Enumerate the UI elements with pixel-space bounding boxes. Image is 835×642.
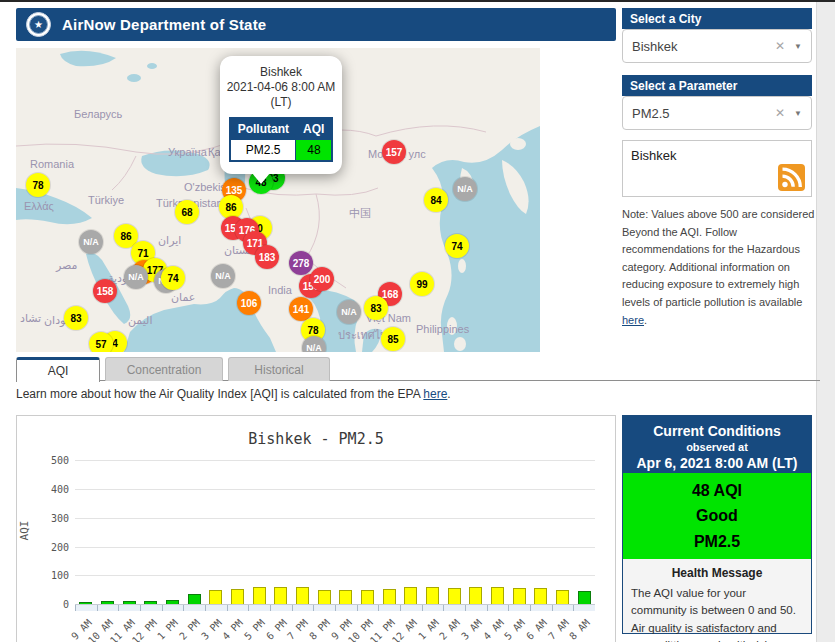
chart-bar[interactable] <box>296 587 309 605</box>
chart-bar[interactable] <box>339 590 352 605</box>
chart-y-tick-label: 500 <box>37 455 69 466</box>
aqi-map-marker[interactable]: N/A <box>211 264 235 288</box>
aqi-map-marker[interactable]: 157 <box>382 140 406 164</box>
chart-bar[interactable] <box>448 588 461 605</box>
tab-concentration[interactable]: Concentration <box>105 357 223 381</box>
popup-table: Pollutant AQI PM2.5 48 <box>229 117 334 162</box>
observed-datetime: Apr 6, 2021 8:00 AM (LT) <box>623 455 811 471</box>
rss-icon <box>778 164 805 191</box>
current-conditions-panel: Current Conditions observed at Apr 6, 20… <box>622 415 812 634</box>
chart-x-tick-label: 3 AM <box>459 617 484 642</box>
chart-y-axis-label: AQI <box>18 521 31 541</box>
dos-seal-logo: ★ <box>26 12 51 37</box>
chart-bar[interactable] <box>383 589 396 605</box>
chart-bar-slot: 10 PM <box>357 447 379 605</box>
aqi-map-marker[interactable]: 83 <box>64 306 88 330</box>
tab-historical[interactable]: Historical <box>228 357 330 381</box>
chart-bar[interactable] <box>534 588 547 605</box>
chart-bar-slot: 5 AM <box>508 447 530 605</box>
popup-aqi-header: AQI <box>296 118 332 140</box>
chart-bar[interactable] <box>209 590 222 605</box>
city-dropdown-caret-icon[interactable]: ▼ <box>794 42 802 51</box>
chart-gridline <box>75 547 595 548</box>
learn-more-suffix: . <box>447 387 450 401</box>
chart-y-tick-label: 0 <box>37 599 69 610</box>
chart-x-tick-label: 5 AM <box>502 617 527 642</box>
popup-city: Bishkek <box>226 65 336 80</box>
chart-bar-slot: 11 AM <box>118 447 140 605</box>
chart-bar[interactable] <box>491 587 504 605</box>
chart-bar[interactable] <box>426 587 439 605</box>
chart-x-tick-label: 2 AM <box>437 617 462 642</box>
parameter-clear-icon[interactable]: ✕ <box>775 106 785 120</box>
aqi-map-marker[interactable]: 78 <box>26 173 50 197</box>
chart-x-tick-label: 7 AM <box>546 617 571 642</box>
parameter-dropdown-caret-icon[interactable]: ▼ <box>794 109 802 118</box>
chart-x-tick-label: 6 AM <box>524 617 549 642</box>
chart-x-tick-label: 6 PM <box>264 617 289 642</box>
aqi-map-marker[interactable]: 183 <box>255 245 279 269</box>
popup-datetime: 2021-04-06 8:00 AM <box>226 80 336 95</box>
app-header: ★ AirNow Department of State <box>16 8 616 41</box>
aqi-map-marker[interactable]: 74 <box>445 234 469 258</box>
beyond-aqi-note: Note: Values above 500 are considered Be… <box>622 206 815 329</box>
aqi-map-marker[interactable]: 85 <box>381 327 405 351</box>
chart-x-axis-ticks <box>75 605 595 611</box>
chart-bar[interactable] <box>404 587 417 605</box>
aqi-value-box: 48 AQI Good PM2.5 <box>623 473 811 559</box>
aqi-map-marker[interactable]: 84 <box>424 188 448 212</box>
parameter-select[interactable]: PM2.5 ✕ ▼ <box>622 96 812 130</box>
chart-bar[interactable] <box>361 590 374 605</box>
chart-bar[interactable] <box>274 587 287 605</box>
chart-bar[interactable] <box>513 588 526 605</box>
chart-bar-slot: 9 PM <box>335 447 357 605</box>
feed-city-label: Bishkek <box>631 148 677 163</box>
aqi-map-marker[interactable]: N/A <box>337 300 361 324</box>
aqi-map-marker[interactable]: 200 <box>310 267 334 291</box>
popup-tail <box>252 173 270 184</box>
aqi-map-marker[interactable]: 99 <box>410 272 434 296</box>
chart-bar[interactable] <box>231 589 244 605</box>
aqi-map-marker[interactable]: 278 <box>289 251 313 275</box>
aqi-map-marker[interactable]: N/A <box>302 336 326 352</box>
aqi-map-marker[interactable]: 83 <box>364 296 388 320</box>
rss-feed-button[interactable] <box>778 164 805 191</box>
chart-bar-slot: 3 AM <box>465 447 487 605</box>
aqi-map-marker[interactable]: N/A <box>124 265 148 289</box>
popup-pollutant-header: Pollutant <box>230 118 296 140</box>
chart-x-tick-label: 12 PM <box>130 617 159 642</box>
feed-box: Bishkek <box>622 140 812 197</box>
app-title: AirNow Department of State <box>62 16 266 33</box>
aqi-map-marker[interactable]: 57 <box>89 332 113 352</box>
chart-x-tick-label: 7 PM <box>286 617 311 642</box>
map-popup: Bishkek 2021-04-06 8:00 AM (LT) Pollutan… <box>220 56 342 174</box>
chart-bar-slot: 1 PM <box>162 447 184 605</box>
aqi-map-marker[interactable]: N/A <box>79 230 103 254</box>
note-here-link[interactable]: here <box>622 314 644 326</box>
aqi-map-marker[interactable]: N/A <box>453 177 477 201</box>
epa-learn-more-link[interactable]: here <box>423 387 447 401</box>
chart-y-tick-label: 200 <box>37 542 69 553</box>
tab-bar: AQI Concentration Historical <box>16 357 820 381</box>
chart-bar[interactable] <box>469 587 482 605</box>
chart-gridline <box>75 518 595 519</box>
aqi-map-marker[interactable]: 106 <box>237 291 261 315</box>
city-select[interactable]: Bishkek ✕ ▼ <box>622 29 812 63</box>
aqi-map-marker[interactable]: 68 <box>175 200 199 224</box>
chart-bar[interactable] <box>556 590 569 605</box>
tab-aqi[interactable]: AQI <box>16 357 100 382</box>
aqi-map-marker[interactable]: 158 <box>93 279 117 303</box>
select-city-header: Select a City <box>622 8 812 29</box>
aqi-map-marker[interactable]: 74 <box>161 266 185 290</box>
chart-bar[interactable] <box>318 590 331 605</box>
chart-bar[interactable] <box>578 591 591 605</box>
chart-x-tick-label: 4 AM <box>481 617 506 642</box>
chart-bar-slot: 2 PM <box>183 447 205 605</box>
chart-gridline <box>75 489 595 490</box>
chart-bar[interactable] <box>253 587 266 605</box>
dos-seal-core: ★ <box>29 15 48 34</box>
observed-at-label: observed at <box>623 441 811 453</box>
aqi-category: Good <box>696 503 738 529</box>
aqi-map[interactable]: БеларусьУкраїнаRomaniaΕλλάςTürkiyeҚазақс… <box>16 48 540 352</box>
city-clear-icon[interactable]: ✕ <box>775 39 785 53</box>
